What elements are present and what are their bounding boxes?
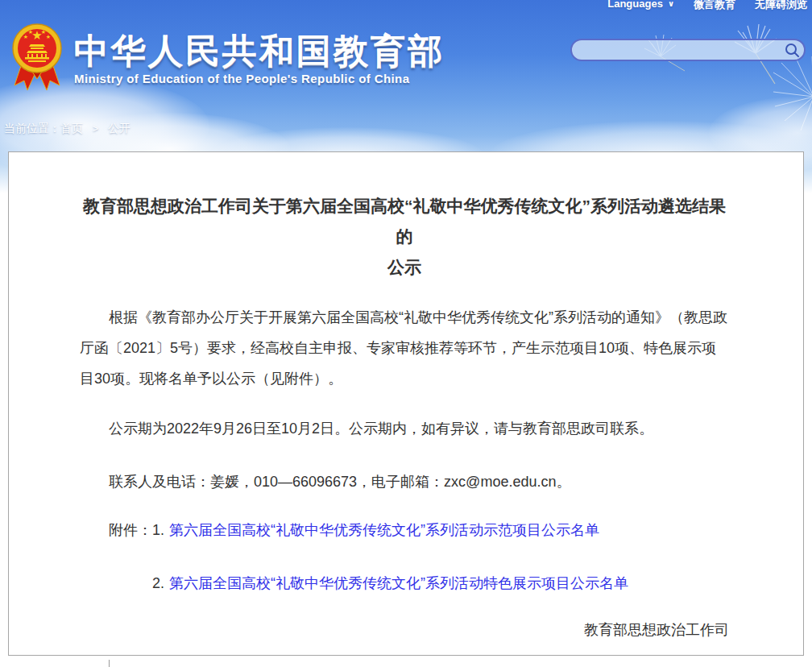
notice-paragraph-basis: 根据《教育部办公厅关于开展第六届全国高校“礼敬中华优秀传统文化”系列活动的通知》…	[80, 302, 729, 394]
breadcrumb: 当前位置：首页>公开	[4, 122, 130, 136]
link-accessibility[interactable]: 无障碍浏览	[755, 0, 807, 12]
attachment-number: 2.	[152, 575, 164, 591]
search-box	[570, 39, 806, 61]
attachment-row: 附件：1.第六届全国高校“礼敬中华优秀传统文化”系列活动示范项目公示名单	[109, 515, 729, 545]
attachment-link-2[interactable]: 第六届全国高校“礼敬中华优秀传统文化”系列活动特色展示项目公示名单	[169, 575, 628, 591]
site-logo[interactable]: ★ ★ ★ ★ ★ 中华人民共和国教育部 Ministry of Educati…	[11, 23, 445, 97]
svg-text:★: ★	[28, 29, 33, 35]
site-subtitle: Ministry of Education of the People's Re…	[74, 72, 445, 85]
topbar: Languages ∨ 微言教育 无障碍浏览	[607, 0, 807, 12]
svg-text:★: ★	[23, 34, 28, 39]
page: Languages ∨ 微言教育 无障碍浏览 ★ ★ ★ ★ ★	[0, 0, 812, 667]
national-emblem-icon: ★ ★ ★ ★ ★	[11, 23, 63, 97]
attachments-label: 附件：	[109, 522, 152, 538]
breadcrumb-home-link[interactable]: 首页	[60, 122, 83, 135]
languages-menu[interactable]: Languages ∨	[607, 0, 674, 10]
search-icon	[785, 43, 800, 58]
attachment-link-1[interactable]: 第六届全国高校“礼敬中华优秀传统文化”系列活动示范项目公示名单	[169, 522, 599, 538]
search-input[interactable]	[572, 40, 780, 60]
notice-card: 教育部思想政治工作司关于第六届全国高校“礼敬中华优秀传统文化”系列活动遴选结果的…	[8, 151, 804, 656]
notice-paragraph-period: 公示期为2022年9月26日至10月2日。公示期内，如有异议，请与教育部思政司联…	[80, 413, 729, 444]
notice-paragraph-contact: 联系人及电话：姜媛，010—66096673，电子邮箱：zxc@moe.edu.…	[80, 466, 729, 497]
attachment-number: 1.	[152, 522, 164, 538]
breadcrumb-separator: >	[93, 123, 98, 135]
dandelion-head-decoration	[765, 56, 812, 137]
chevron-down-icon: ∨	[668, 0, 674, 8]
attachment-frame-edge	[109, 660, 110, 667]
notice-article: 教育部思想政治工作司关于第六届全国高校“礼敬中华优秀传统文化”系列活动遴选结果的…	[9, 152, 803, 667]
svg-text:★: ★	[46, 34, 51, 39]
search-button[interactable]	[780, 40, 804, 60]
breadcrumb-label: 当前位置：	[4, 122, 60, 135]
page-title: 教育部思想政治工作司关于第六届全国高校“礼敬中华优秀传统文化”系列活动遴选结果的…	[80, 191, 729, 283]
languages-label: Languages	[607, 0, 663, 10]
site-title: 中华人民共和国教育部	[74, 32, 445, 69]
breadcrumb-current-link[interactable]: 公开	[108, 122, 130, 135]
link-weiyan-jiaoyu[interactable]: 微言教育	[694, 0, 735, 12]
signature-department: 教育部思想政治工作司	[80, 615, 729, 645]
attachment-row: 2.第六届全国高校“礼敬中华优秀传统文化”系列活动特色展示项目公示名单	[109, 568, 729, 599]
